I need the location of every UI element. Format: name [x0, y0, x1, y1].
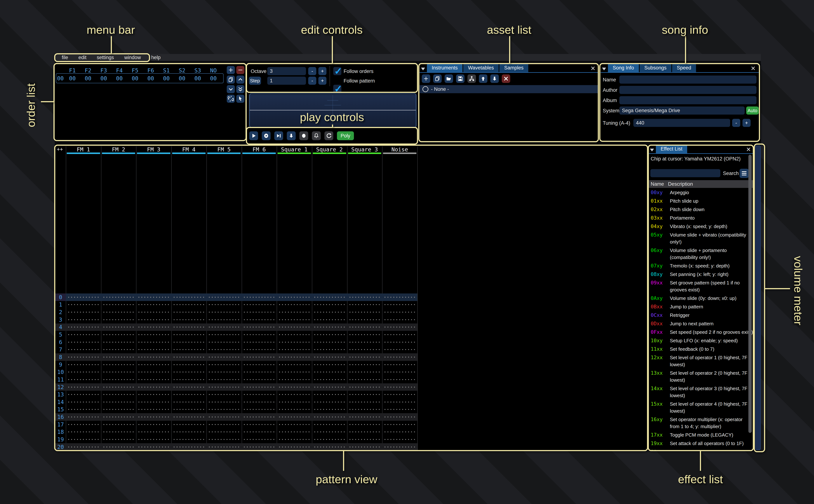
pattern-cell[interactable]	[312, 353, 347, 361]
pattern-cell[interactable]	[241, 436, 277, 443]
song-close-icon[interactable]: ×	[751, 66, 755, 71]
pattern-cell[interactable]	[241, 391, 277, 398]
pattern-cell[interactable]	[136, 368, 171, 376]
effect-row[interactable]: 09xxSet groove pattern (speed 1 if no gr…	[649, 279, 753, 294]
window-menu-icon[interactable]	[421, 68, 425, 70]
effect-close-icon[interactable]: ×	[746, 147, 751, 152]
pattern-cell[interactable]	[241, 353, 277, 361]
author-input[interactable]	[619, 86, 757, 94]
pattern-cell[interactable]	[101, 398, 136, 406]
pattern-cell[interactable]	[206, 443, 242, 451]
pattern-cell[interactable]	[66, 346, 101, 353]
pattern-cell[interactable]	[347, 316, 382, 323]
pattern-row[interactable]: 10	[55, 368, 417, 376]
effect-row[interactable]: 17xxToggle PCM mode (LEGACY)	[649, 431, 753, 439]
octave-minus-button[interactable]: -	[308, 67, 316, 75]
effect-row[interactable]: 0AxyVolume slide (0y: down; x0: up)	[649, 294, 753, 302]
pattern-cell[interactable]	[241, 361, 277, 368]
pattern-cell[interactable]	[136, 331, 171, 338]
channel-header-fm-1[interactable]: FM 1	[66, 146, 101, 154]
order-cell[interactable]: 00	[127, 75, 143, 82]
pattern-cell[interactable]	[206, 331, 242, 338]
pattern-cell[interactable]	[206, 413, 242, 421]
effect-row[interactable]: 08xySet panning (x: left; y: right)	[649, 270, 753, 279]
pattern-cell[interactable]	[347, 391, 382, 398]
pattern-cell[interactable]	[136, 436, 171, 443]
pattern-cell[interactable]	[66, 391, 101, 398]
pattern-cell[interactable]	[277, 406, 312, 413]
pattern-cell[interactable]	[382, 323, 417, 331]
pattern-cell[interactable]	[382, 436, 417, 443]
pattern-cell[interactable]	[312, 293, 347, 301]
step-row-button[interactable]	[287, 131, 296, 140]
pattern-cell[interactable]	[312, 301, 347, 309]
pattern-cell[interactable]	[101, 361, 136, 368]
pattern-cell[interactable]	[277, 391, 312, 398]
pattern-cell[interactable]	[66, 413, 101, 421]
pattern-cell[interactable]	[347, 293, 382, 301]
effect-row[interactable]: 0FxxSet speed (speed 2 if no grooves exi…	[649, 328, 753, 336]
pattern-cell[interactable]	[312, 398, 347, 406]
channel-header-fm-4[interactable]: FM 4	[171, 146, 206, 154]
asset-move-down-button[interactable]	[490, 74, 499, 83]
pattern-cell[interactable]	[66, 301, 101, 309]
pattern-cell[interactable]	[382, 413, 417, 421]
pattern-row[interactable]: 19	[55, 436, 417, 443]
pattern-cell[interactable]	[136, 383, 171, 391]
pattern-cell[interactable]	[312, 436, 347, 443]
album-input[interactable]	[619, 96, 757, 104]
pattern-cell[interactable]	[171, 338, 206, 346]
step-plus-button[interactable]: +	[318, 77, 326, 85]
repeat-button[interactable]	[324, 131, 333, 140]
asset-duplicate-button[interactable]	[433, 74, 442, 83]
pattern-cell[interactable]	[312, 428, 347, 436]
pattern-cell[interactable]	[206, 301, 242, 309]
pattern-cell[interactable]	[101, 293, 136, 301]
follow-pattern-checkbox[interactable]: ✓	[333, 85, 341, 93]
pattern-row[interactable]: 0	[55, 293, 417, 301]
pattern-cell[interactable]	[171, 443, 206, 451]
octave-input[interactable]	[267, 67, 306, 75]
asset-move-up-button[interactable]	[479, 74, 488, 83]
pattern-cell[interactable]	[171, 346, 206, 353]
effect-row[interactable]: 06xyVolume slide + portamento (compatibi…	[649, 246, 753, 262]
tab-effect-list[interactable]: Effect List	[656, 146, 687, 153]
pattern-cell[interactable]	[66, 308, 101, 316]
pattern-cell[interactable]	[277, 301, 312, 309]
pattern-cell[interactable]	[136, 443, 171, 451]
pattern-cell[interactable]	[171, 308, 206, 316]
pattern-cell[interactable]	[101, 413, 136, 421]
pattern-cell[interactable]	[347, 346, 382, 353]
pattern-cell[interactable]	[347, 368, 382, 376]
pattern-row[interactable]: 20	[55, 443, 417, 451]
pattern-cell[interactable]	[277, 323, 312, 331]
menu-item-file[interactable]: file	[57, 55, 73, 60]
pattern-cell[interactable]	[206, 346, 242, 353]
pattern-cell[interactable]	[136, 316, 171, 323]
pattern-cell[interactable]	[171, 323, 206, 331]
effect-row[interactable]: 03xxPortamento	[649, 214, 753, 222]
pattern-cell[interactable]	[171, 376, 206, 383]
pattern-cell[interactable]	[382, 391, 417, 398]
pattern-cell[interactable]	[382, 398, 417, 406]
pattern-cell[interactable]	[101, 323, 136, 331]
order-move-down-button[interactable]	[227, 85, 235, 93]
pattern-row[interactable]: 1	[55, 301, 417, 309]
pattern-cell[interactable]	[206, 308, 242, 316]
pattern-cell[interactable]	[312, 391, 347, 398]
pattern-cell[interactable]	[171, 368, 206, 376]
pattern-cell[interactable]	[66, 293, 101, 301]
pattern-cell[interactable]	[347, 323, 382, 331]
pattern-cell[interactable]	[206, 398, 242, 406]
order-duplicate-end-button[interactable]	[236, 85, 244, 93]
pattern-cell[interactable]	[171, 331, 206, 338]
order-remove-button[interactable]	[236, 66, 244, 74]
pattern-cell[interactable]	[66, 436, 101, 443]
pattern-cell[interactable]	[382, 338, 417, 346]
tab-subsongs[interactable]: Subsongs	[640, 64, 671, 72]
pattern-cell[interactable]	[206, 361, 242, 368]
channel-header-fm-6[interactable]: FM 6	[241, 146, 277, 154]
effect-scrollbar[interactable]	[748, 155, 752, 433]
effect-row[interactable]: 13xxSet level of operator 2 (0 highest, …	[649, 369, 753, 384]
pattern-cell[interactable]	[347, 376, 382, 383]
